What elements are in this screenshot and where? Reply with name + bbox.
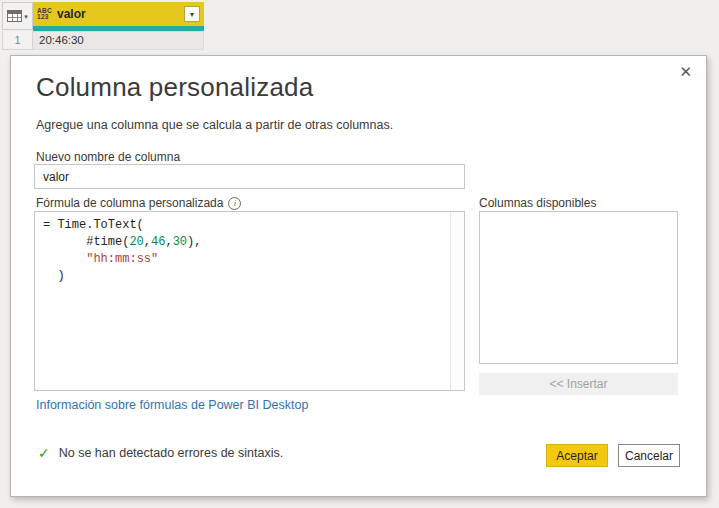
available-columns-listbox[interactable] (479, 211, 678, 364)
custom-column-dialog: ✕ Columna personalizada Agregue una colu… (10, 55, 707, 497)
data-type-any-icon: ABC 123 (37, 8, 52, 21)
filter-dropdown-icon: ▾ (190, 10, 194, 19)
formula-label-row: Fórmula de columna personalizada i (36, 196, 241, 210)
formula-code[interactable]: = Time.ToText( #time(20,46,30), "hh:mm:s… (35, 212, 449, 390)
power-query-window: ▾ ABC 123 valor ▾ 1 20:46:30 ✕ Columna p… (0, 0, 719, 508)
dialog-subtitle: Agregue una columna que se calcula a par… (36, 118, 393, 132)
column-header-label: valor (57, 7, 86, 21)
table-menu-button[interactable]: ▾ (2, 2, 33, 30)
checkmark-icon: ✓ (38, 446, 50, 460)
insert-column-button[interactable]: << Insertar (479, 373, 678, 395)
new-column-name-input[interactable] (34, 164, 465, 189)
accept-button[interactable]: Aceptar (546, 444, 608, 467)
cancel-button[interactable]: Cancelar (618, 444, 680, 467)
formula-editor-scrollbar[interactable] (450, 212, 464, 390)
dialog-title: Columna personalizada (36, 72, 313, 103)
column-filter-button[interactable]: ▾ (184, 6, 200, 22)
table-cell-value[interactable]: 20:46:30 (33, 31, 204, 50)
table-icon (7, 10, 22, 22)
formula-label: Fórmula de columna personalizada (36, 196, 223, 210)
new-column-name-label: Nuevo nombre de columna (36, 150, 180, 164)
column-header-valor[interactable]: ABC 123 valor ▾ (33, 2, 204, 26)
syntax-status: ✓ No se han detectado errores de sintaxi… (38, 446, 283, 460)
row-number[interactable]: 1 (2, 31, 33, 50)
formula-help-link[interactable]: Información sobre fórmulas de Power BI D… (36, 398, 308, 412)
chevron-down-icon: ▾ (24, 13, 28, 20)
close-icon[interactable]: ✕ (679, 64, 692, 79)
available-columns-label: Columnas disponibles (479, 196, 596, 210)
info-icon[interactable]: i (228, 197, 241, 210)
syntax-status-text: No se han detectado errores de sintaxis. (59, 446, 283, 460)
formula-editor[interactable]: = Time.ToText( #time(20,46,30), "hh:mm:s… (34, 211, 465, 391)
